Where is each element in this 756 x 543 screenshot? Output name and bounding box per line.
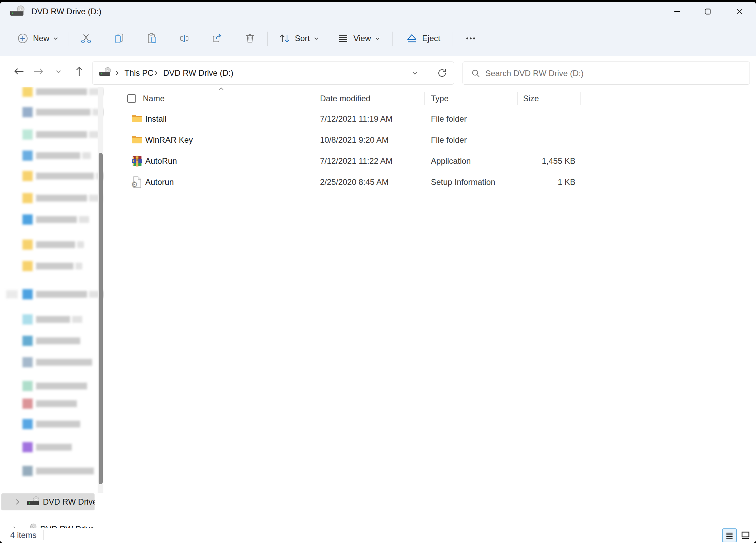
file-size: [517, 129, 575, 151]
share-icon: [211, 32, 223, 45]
recent-locations-button[interactable]: [52, 65, 65, 78]
sidebar-redacted-item[interactable]: [0, 191, 104, 206]
file-row[interactable]: WinRAR Key 10/8/2021 9:20 AM File folder: [104, 129, 756, 151]
new-button[interactable]: New: [12, 28, 63, 49]
sidebar-item-dvd-drive[interactable]: DVD RW Drive (: [1, 493, 95, 510]
toolbar-separator: [267, 32, 268, 46]
refresh-button[interactable]: [435, 66, 450, 81]
back-button[interactable]: [11, 63, 27, 80]
delete-button[interactable]: [239, 28, 261, 49]
paste-icon: [146, 32, 158, 45]
setup-information-icon: ⚙: [132, 176, 142, 188]
sidebar-redacted-item[interactable]: [0, 463, 104, 478]
eject-button-label: Eject: [422, 34, 440, 43]
search-input[interactable]: [485, 62, 744, 85]
sidebar-redacted-item[interactable]: [0, 148, 104, 163]
column-divider[interactable]: [424, 92, 425, 105]
sidebar-scrollbar-thumb[interactable]: [99, 153, 103, 484]
folder-icon: [131, 113, 143, 124]
copy-icon: [113, 32, 125, 45]
back-icon: [13, 66, 25, 77]
up-button[interactable]: [71, 63, 87, 80]
drive-icon: [99, 67, 112, 79]
sidebar-redacted-item[interactable]: [0, 379, 104, 393]
view-icon: [337, 32, 349, 45]
file-row[interactable]: AutoRun 7/12/2021 11:22 AM Application 1…: [104, 151, 756, 172]
rename-icon: [179, 32, 191, 45]
file-date-modified: 10/8/2021 9:20 AM: [320, 129, 389, 151]
file-type: Setup Information: [431, 172, 495, 193]
up-icon: [73, 66, 85, 77]
file-type: File folder: [431, 129, 467, 151]
window-title: DVD RW Drive (D:): [31, 2, 101, 21]
address-bar[interactable]: This PC DVD RW Drive (D:): [92, 62, 454, 85]
drive-icon: [10, 5, 27, 19]
ellipsis-icon: [465, 32, 477, 45]
cut-icon: [80, 32, 92, 45]
file-row[interactable]: Install 7/12/2021 11:19 AM File folder: [104, 108, 756, 129]
cut-button[interactable]: [75, 28, 97, 49]
chevron-down-icon: [313, 35, 319, 41]
column-header-size[interactable]: Size: [523, 90, 539, 107]
rename-button[interactable]: [174, 28, 196, 49]
minimize-icon: [673, 8, 681, 15]
breadcrumb-current-location[interactable]: DVD RW Drive (D:): [161, 62, 236, 84]
select-all-checkbox[interactable]: [127, 94, 136, 103]
address-dropdown-button[interactable]: [408, 66, 422, 80]
sort-button[interactable]: Sort: [274, 28, 324, 49]
file-name: AutoRun: [145, 151, 177, 172]
statusbar-separator: [43, 530, 44, 540]
sidebar-redacted-item[interactable]: [0, 287, 104, 302]
view-button-label: View: [353, 34, 371, 43]
column-divider[interactable]: [316, 92, 316, 105]
search-icon: [471, 69, 481, 78]
sidebar-redacted-item[interactable]: [0, 237, 104, 252]
sort-icon: [279, 32, 291, 45]
forward-button[interactable]: [30, 63, 47, 80]
file-list: Name Date modified Type Size Install 7/1…: [104, 87, 756, 528]
breadcrumb-chevron-icon: [152, 70, 159, 76]
refresh-icon: [437, 68, 447, 78]
breadcrumb-this-pc[interactable]: This PC: [122, 62, 156, 84]
sidebar-redacted-item[interactable]: [0, 212, 104, 227]
delete-icon: [244, 32, 256, 45]
sidebar-redacted-item[interactable]: [0, 355, 104, 370]
minimize-button[interactable]: [666, 2, 688, 21]
file-row[interactable]: ⚙ Autorun 2/25/2020 8:45 AM Setup Inform…: [104, 172, 756, 193]
status-bar: 4 items: [0, 528, 756, 543]
share-button[interactable]: [206, 28, 228, 49]
more-options-button[interactable]: [460, 28, 482, 49]
eject-button[interactable]: Eject: [401, 28, 445, 49]
search-box: [463, 62, 750, 85]
sidebar-redacted-item[interactable]: [0, 440, 104, 455]
column-divider[interactable]: [580, 92, 581, 105]
sidebar-redacted-item[interactable]: [0, 169, 104, 183]
sidebar-redacted-item[interactable]: [0, 396, 104, 411]
column-header-name[interactable]: Name: [143, 90, 165, 107]
winrar-app-icon: [131, 155, 143, 167]
copy-button[interactable]: [108, 28, 130, 49]
forward-icon: [33, 66, 44, 77]
sidebar: [0, 87, 104, 528]
sidebar-redacted-item[interactable]: [0, 312, 104, 327]
column-header-type[interactable]: Type: [431, 90, 449, 107]
sidebar-redacted-item[interactable]: [0, 417, 104, 432]
details-view-button[interactable]: [722, 528, 737, 542]
maximize-button[interactable]: [696, 2, 719, 21]
large-icons-view-button[interactable]: [738, 528, 753, 542]
sidebar-redacted-item[interactable]: [0, 259, 104, 274]
breadcrumb-chevron-icon: [114, 70, 120, 76]
paste-button[interactable]: [141, 28, 163, 49]
sidebar-redacted-item[interactable]: [0, 333, 104, 348]
sidebar-redacted-item[interactable]: [0, 87, 104, 99]
column-divider[interactable]: [517, 92, 518, 105]
sidebar-redacted-item[interactable]: [0, 105, 104, 120]
close-button[interactable]: [728, 2, 752, 21]
chevron-down-icon: [411, 69, 419, 77]
file-name: Autorun: [145, 172, 174, 193]
new-button-label: New: [33, 34, 49, 43]
column-header-date-modified[interactable]: Date modified: [320, 90, 370, 107]
sidebar-redacted-item[interactable]: [0, 127, 104, 142]
view-button[interactable]: View: [333, 28, 384, 49]
details-view-icon: [725, 531, 734, 540]
